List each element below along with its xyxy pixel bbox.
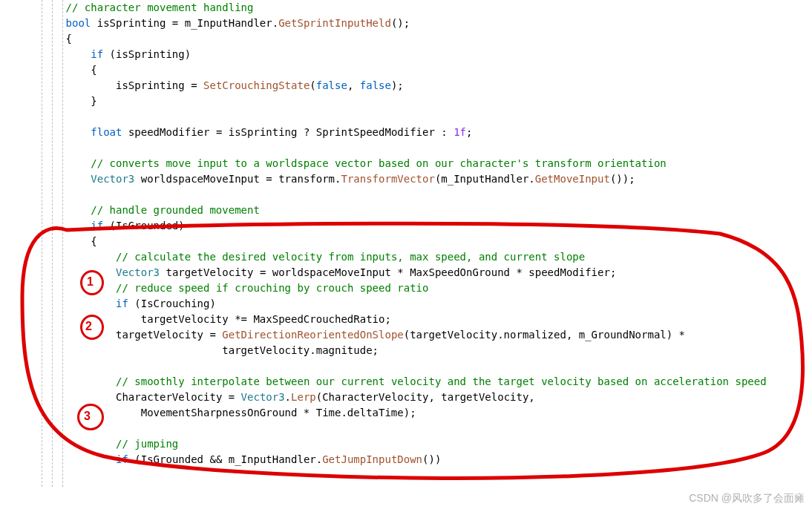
comment: // handle grounded movement bbox=[91, 204, 260, 216]
keyword: if bbox=[91, 48, 103, 60]
method-call: GetMoveInput bbox=[535, 173, 610, 185]
watermark: CSDN @风吹多了会面瘫 bbox=[689, 490, 805, 506]
comment: // converts move input to a worldspace v… bbox=[91, 157, 666, 169]
comment: // reduce speed if crouching by crouch s… bbox=[116, 282, 428, 294]
method-call: TransformVector bbox=[341, 173, 434, 185]
annotation-number-3: 3 bbox=[84, 408, 91, 424]
type: Vector3 bbox=[241, 391, 285, 403]
keyword: bool bbox=[66, 17, 91, 29]
comment: // character movement handling bbox=[66, 1, 254, 13]
method-call: SetCrouchingState bbox=[203, 79, 310, 91]
comment: // calculate the desired velocity from i… bbox=[116, 251, 585, 263]
method-call: GetSprintInputHeld bbox=[278, 17, 391, 29]
keyword: if bbox=[116, 298, 128, 309]
annotation-circle-3 bbox=[77, 404, 104, 430]
annotation-number-1: 1 bbox=[87, 274, 94, 289]
method-call: Lerp bbox=[291, 391, 316, 403]
code-block: // character movement handling bool isSp… bbox=[28, 0, 767, 467]
code-screenshot: // character movement handling bool isSp… bbox=[0, 0, 812, 512]
type: Vector3 bbox=[116, 266, 160, 278]
comment: // smoothly interpolate between our curr… bbox=[116, 375, 767, 387]
method-call: GetJumpInputDown bbox=[322, 453, 422, 465]
annotation-circle-2 bbox=[80, 315, 104, 340]
keyword: if bbox=[116, 453, 128, 465]
method-call: GetDirectionReorientedOnSlope bbox=[222, 329, 403, 341]
type: Vector3 bbox=[91, 173, 134, 185]
annotation-number-2: 2 bbox=[85, 318, 92, 334]
keyword: float bbox=[91, 126, 122, 138]
code-content: // character movement handling bool isSp… bbox=[28, 0, 767, 467]
comment: // jumping bbox=[116, 438, 178, 450]
keyword: if bbox=[91, 220, 103, 232]
